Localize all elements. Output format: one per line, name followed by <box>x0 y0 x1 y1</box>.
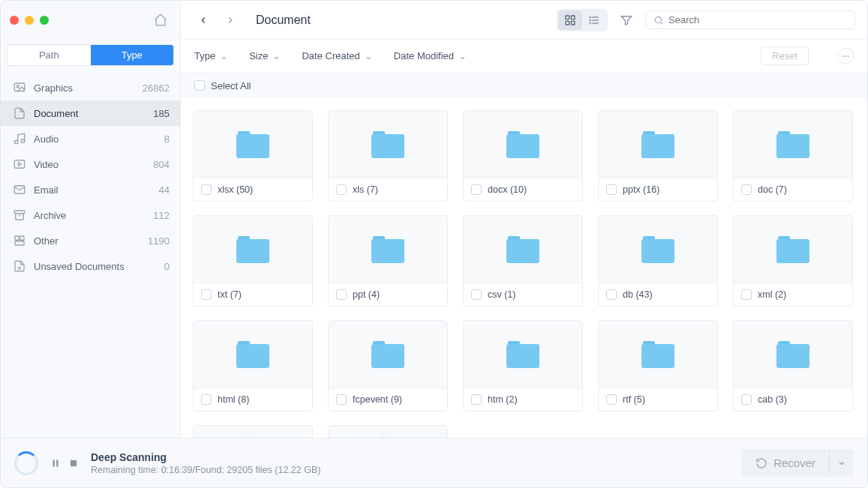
sidebar-item-label: Document <box>34 108 153 119</box>
folder-card[interactable]: html (8) <box>193 320 313 412</box>
folder-card[interactable]: fcpevent (9) <box>328 320 448 412</box>
recover-dropdown[interactable] <box>829 449 854 477</box>
sidebar-item-audio[interactable]: Audio8 <box>1 126 180 151</box>
sidebar-item-archive[interactable]: Archive112 <box>1 202 180 228</box>
search-input[interactable] <box>668 14 847 25</box>
folder-thumbnail <box>734 321 852 388</box>
folder-icon <box>506 236 539 263</box>
tab-type[interactable]: Type <box>91 45 174 65</box>
folder-card[interactable]: xls (7) <box>328 110 448 202</box>
folder-icon <box>506 131 539 158</box>
folder-card[interactable]: xml (2) <box>733 215 853 307</box>
folder-card[interactable]: csv (1) <box>463 215 583 307</box>
folder-card[interactable] <box>328 425 448 438</box>
folder-footer: rtf (5) <box>599 388 717 411</box>
folder-label: htm (2) <box>488 394 518 405</box>
folder-checkbox[interactable] <box>741 394 752 405</box>
folder-card[interactable]: rtf (5) <box>598 320 718 412</box>
filter-date-created[interactable]: Date Created⌄ <box>302 50 372 61</box>
sidebar-item-label: Audio <box>34 133 164 145</box>
list-view-button[interactable] <box>582 10 606 30</box>
tab-path[interactable]: Path <box>8 45 91 65</box>
folder-checkbox[interactable] <box>606 289 617 300</box>
scan-subtitle: Remaining time: 0:16:39/Found: 29205 fil… <box>91 465 730 475</box>
reset-button[interactable]: Reset <box>761 46 809 65</box>
filter-date-modified[interactable]: Date Modified⌄ <box>394 50 467 61</box>
minimize-window-button[interactable] <box>25 16 34 25</box>
folder-icon <box>776 131 809 158</box>
folder-card[interactable]: db (43) <box>598 215 718 307</box>
sidebar-item-video[interactable]: Video804 <box>1 151 180 177</box>
svg-rect-4 <box>14 160 25 169</box>
search-box[interactable] <box>645 10 855 29</box>
folder-card[interactable]: cab (3) <box>733 320 853 412</box>
folder-checkbox[interactable] <box>606 184 617 195</box>
sidebar: Path Type Graphics26862Document185Audio8… <box>1 1 181 438</box>
sidebar-item-label: Video <box>34 159 153 170</box>
folder-footer: xml (2) <box>734 283 852 306</box>
folder-card[interactable]: doc (7) <box>733 110 853 202</box>
folder-thumbnail <box>599 216 717 283</box>
svg-rect-29 <box>53 460 55 466</box>
folder-card[interactable]: docx (10) <box>463 110 583 202</box>
recover-group: Recover <box>742 449 854 477</box>
filter-button[interactable] <box>617 10 636 30</box>
select-all-checkbox[interactable] <box>194 80 205 91</box>
folder-footer: html (8) <box>194 388 312 411</box>
nav-forward-button[interactable] <box>220 10 241 31</box>
folder-card[interactable]: xlsx (50) <box>193 110 313 202</box>
stop-scan-button[interactable] <box>68 458 79 469</box>
sidebar-item-email[interactable]: Email44 <box>1 177 180 202</box>
svg-point-24 <box>655 16 661 22</box>
category-list: Graphics26862Document185Audio8Video804Em… <box>1 72 180 279</box>
nav-back-button[interactable] <box>193 10 214 31</box>
folder-checkbox[interactable] <box>606 394 617 405</box>
sidebar-item-document[interactable]: Document185 <box>1 100 180 126</box>
filter-type[interactable]: Type⌄ <box>194 50 228 61</box>
folder-card[interactable]: pptx (16) <box>598 110 718 202</box>
scan-controls <box>50 458 79 469</box>
view-toggle <box>557 9 608 31</box>
close-window-button[interactable] <box>10 16 19 25</box>
folder-checkbox[interactable] <box>471 394 482 405</box>
sidebar-item-unsaved[interactable]: Unsaved Documents0 <box>1 253 180 279</box>
folder-icon <box>371 131 404 158</box>
svg-rect-11 <box>15 241 24 245</box>
folder-checkbox[interactable] <box>741 289 752 300</box>
folder-icon <box>641 341 674 368</box>
grid-view-button[interactable] <box>558 10 582 30</box>
folder-label: db (43) <box>623 289 653 300</box>
folder-icon <box>371 236 404 263</box>
sidebar-mode-toggle: Path Type <box>7 44 174 66</box>
folder-card[interactable]: txt (7) <box>193 215 313 307</box>
folder-thumbnail <box>194 321 312 388</box>
folder-checkbox[interactable] <box>336 394 347 405</box>
folder-card[interactable]: htm (2) <box>463 320 583 412</box>
folder-checkbox[interactable] <box>471 289 482 300</box>
folder-label: cab (3) <box>758 394 787 405</box>
folder-card[interactable]: ppt (4) <box>328 215 448 307</box>
filter-size[interactable]: Size⌄ <box>249 50 281 61</box>
recover-button[interactable]: Recover <box>742 449 829 477</box>
list-icon <box>588 14 600 26</box>
folder-checkbox[interactable] <box>201 289 212 300</box>
sidebar-item-other[interactable]: Other1190 <box>1 228 180 253</box>
sidebar-item-count: 8 <box>164 133 170 145</box>
folder-checkbox[interactable] <box>336 184 347 195</box>
more-options-button[interactable] <box>837 48 854 64</box>
folder-checkbox[interactable] <box>336 289 347 300</box>
folder-checkbox[interactable] <box>201 394 212 405</box>
folder-checkbox[interactable] <box>741 184 752 195</box>
maximize-window-button[interactable] <box>40 16 49 25</box>
folder-icon <box>371 341 404 368</box>
folder-card[interactable] <box>193 425 313 438</box>
folder-thumbnail <box>599 321 717 388</box>
folder-checkbox[interactable] <box>471 184 482 195</box>
sidebar-item-graphics[interactable]: Graphics26862 <box>1 75 180 100</box>
home-button[interactable] <box>150 10 171 31</box>
window-controls <box>10 16 49 25</box>
folder-checkbox[interactable] <box>201 184 212 195</box>
folder-thumbnail <box>734 111 852 178</box>
results-area[interactable]: xlsx (50)xls (7)docx (10)pptx (16)doc (7… <box>181 98 867 438</box>
pause-scan-button[interactable] <box>50 458 61 469</box>
